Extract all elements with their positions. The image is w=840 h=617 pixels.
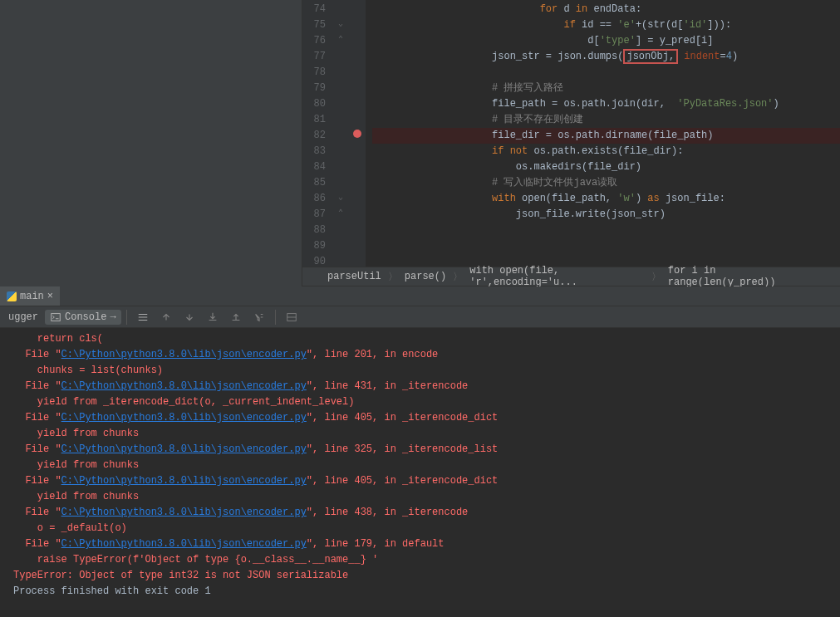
code-line[interactable]: if not os.path.exists(file_dir):	[372, 144, 840, 159]
console-line: File "C:\Python\python3.8.0\lib\json\enc…	[13, 347, 833, 363]
traceback-file-link[interactable]: C:\Python\python3.8.0\lib\json\encoder.p…	[61, 412, 307, 424]
code-line[interactable]: file_dir = os.path.dirname(file_path)	[372, 128, 840, 144]
filter-icon[interactable]	[248, 310, 270, 325]
code-line[interactable]	[372, 238, 840, 254]
console-line: File "C:\Python\python3.8.0\lib\json\enc…	[13, 410, 833, 426]
tab-main[interactable]: main ×	[0, 286, 60, 306]
breakpoint-column[interactable]	[349, 0, 366, 267]
console-line: o = _default(o)	[13, 521, 833, 536]
code-line[interactable]: json_str = json.dumps(jsonObj, indent=4)	[372, 49, 840, 65]
code-editor[interactable]: for d in endData: if id == 'e'+(str(d['i…	[366, 0, 840, 267]
console-line: yield from _iterencode_dict(o, _current_…	[13, 394, 833, 410]
settings-icon[interactable]	[132, 310, 154, 325]
editor-area: 7475767778798081828384858687888990 ⌄⌃⌄⌃ …	[302, 0, 840, 286]
close-icon[interactable]: ×	[47, 291, 53, 302]
code-line[interactable]: for d in endData:	[372, 2, 840, 17]
tab-label: main	[20, 291, 44, 302]
console-line: return cls(	[13, 331, 833, 347]
python-icon	[7, 291, 17, 301]
breakpoint-icon[interactable]	[353, 130, 361, 138]
code-line[interactable]: # 拼接写入路径	[372, 81, 840, 96]
download-icon[interactable]	[202, 310, 224, 325]
breadcrumb-item[interactable]: parse()	[405, 271, 446, 282]
code-line[interactable]: # 目录不存在则创建	[372, 112, 840, 128]
code-line[interactable]	[372, 223, 840, 238]
separator	[275, 310, 276, 325]
breadcrumb-item[interactable]: for i in range(len(y_pred))	[668, 265, 807, 288]
console-line: yield from chunks	[13, 426, 833, 442]
breadcrumb[interactable]: parseUtil 〉 parse() 〉 with open(file, 'r…	[302, 267, 840, 286]
upload-icon[interactable]	[225, 310, 247, 325]
traceback-file-link[interactable]: C:\Python\python3.8.0\lib\json\encoder.p…	[61, 475, 307, 487]
console-line: File "C:\Python\python3.8.0\lib\json\enc…	[13, 505, 833, 521]
console-line: File "C:\Python\python3.8.0\lib\json\enc…	[13, 536, 833, 552]
console-line: File "C:\Python\python3.8.0\lib\json\enc…	[13, 473, 833, 489]
code-line[interactable]: d['type'] = y_pred[i]	[372, 33, 840, 49]
traceback-file-link[interactable]: C:\Python\python3.8.0\lib\json\encoder.p…	[61, 443, 307, 455]
traceback-file-link[interactable]: C:\Python\python3.8.0\lib\json\encoder.p…	[61, 538, 307, 550]
debug-toolbar: ugger Console →	[0, 306, 840, 328]
arrow-right-icon: →	[110, 311, 115, 323]
svg-rect-0	[52, 313, 61, 321]
console-line: File "C:\Python\python3.8.0\lib\json\enc…	[13, 379, 833, 394]
code-line[interactable]: with open(file_path, 'w') as json_file:	[372, 191, 840, 207]
chevron-right-icon: 〉	[453, 270, 463, 284]
breadcrumb-item[interactable]: parseUtil	[327, 271, 381, 282]
traceback-file-link[interactable]: C:\Python\python3.8.0\lib\json\encoder.p…	[61, 349, 307, 360]
code-line[interactable]: # 写入临时文件供java读取	[372, 175, 840, 191]
code-line[interactable]	[372, 65, 840, 81]
breadcrumb-item[interactable]: with open(file, 'r',encoding='u...	[469, 265, 645, 288]
fold-column[interactable]: ⌄⌃⌄⌃	[332, 0, 349, 267]
console-line: chunks = list(chunks)	[13, 363, 833, 379]
code-line[interactable]: file_path = os.path.join(dir, 'PyDataRes…	[372, 96, 840, 112]
up-icon[interactable]	[155, 310, 177, 325]
chevron-right-icon: 〉	[651, 270, 661, 284]
console-icon	[50, 311, 61, 323]
console-line: raise TypeError(f'Object of type {o.__cl…	[13, 552, 833, 568]
console-output[interactable]: return cls( File "C:\Python\python3.8.0\…	[0, 328, 840, 617]
layout-icon[interactable]	[281, 310, 302, 325]
run-tab-bar: main ×	[0, 286, 840, 306]
console-line: yield from chunks	[13, 489, 833, 505]
code-line[interactable]: os.makedirs(file_dir)	[372, 159, 840, 175]
console-line: TypeError: Object of type int32 is not J…	[13, 568, 833, 584]
code-line[interactable]: if id == 'e'+(str(d['id'])):	[372, 17, 840, 33]
project-sidebar[interactable]	[0, 0, 302, 286]
down-icon[interactable]	[179, 310, 200, 325]
chevron-right-icon: 〉	[388, 270, 398, 284]
traceback-file-link[interactable]: C:\Python\python3.8.0\lib\json\encoder.p…	[61, 507, 307, 518]
console-line: File "C:\Python\python3.8.0\lib\json\enc…	[13, 442, 833, 458]
console-line: yield from chunks	[13, 458, 833, 473]
console-line: Process finished with exit code 1	[13, 584, 833, 600]
separator	[126, 310, 127, 325]
traceback-file-link[interactable]: C:\Python\python3.8.0\lib\json\encoder.p…	[61, 380, 307, 392]
line-number-gutter[interactable]: 7475767778798081828384858687888990	[302, 0, 332, 267]
code-line[interactable]: json_file.write(json_str)	[372, 207, 840, 223]
debugger-tab[interactable]: ugger	[3, 310, 43, 325]
console-tab[interactable]: Console →	[45, 310, 121, 325]
